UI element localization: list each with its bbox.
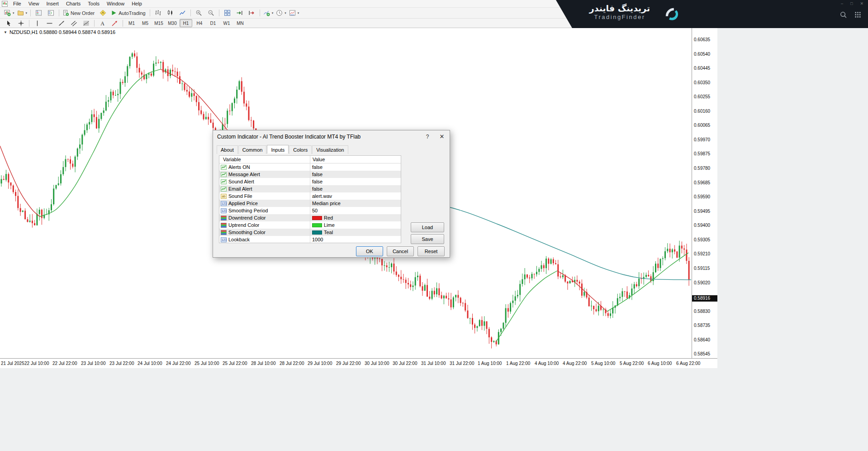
menu-items: FileViewInsertChartsToolsWindowHelp — [9, 0, 146, 7]
templates-button[interactable]: ▾ — [288, 8, 301, 18]
chart-candles-button[interactable] — [164, 8, 176, 18]
horizontal-line-button[interactable] — [43, 19, 56, 28]
dialog-titlebar[interactable]: Custom Indicator - AI Trend Booster Indi… — [213, 130, 450, 143]
arrows-icon — [111, 20, 118, 27]
apps-grid-icon[interactable] — [854, 11, 862, 19]
save-button[interactable]: Save — [411, 234, 444, 244]
price-axis-label: 0.58545 — [694, 351, 710, 357]
menu-view[interactable]: View — [25, 0, 43, 7]
time-axis-label: 24 Jul 22:00 — [166, 361, 191, 366]
input-value[interactable]: Red — [312, 214, 333, 221]
chart-bars-button[interactable] — [152, 8, 164, 18]
input-value[interactable]: 1000 — [312, 236, 323, 243]
trendline-button[interactable] — [56, 19, 68, 28]
zoom-in-button[interactable] — [193, 8, 205, 18]
time-axis[interactable]: 21 Jul 202522 Jul 10:0022 Jul 22:0023 Ju… — [0, 358, 717, 368]
cursor-button[interactable] — [3, 19, 15, 28]
zoom-in-icon — [195, 10, 202, 16]
input-value[interactable]: false — [312, 185, 323, 192]
input-value-text: false — [312, 172, 323, 177]
tab-common[interactable]: Common — [238, 145, 267, 154]
equidistant-channel-button[interactable] — [68, 19, 80, 28]
market-watch-button[interactable] — [33, 8, 45, 18]
input-value[interactable]: Teal — [312, 229, 333, 236]
menu-tools[interactable]: Tools — [84, 0, 103, 7]
input-value[interactable]: 50 — [312, 207, 318, 214]
cancel-button[interactable]: Cancel — [387, 246, 414, 256]
fibonacci-button[interactable] — [80, 19, 92, 28]
timeframe-h1-button[interactable]: H1 — [180, 19, 192, 27]
navigator-icon — [47, 10, 54, 16]
input-value-text: alert.wav — [312, 193, 332, 199]
new-chart-icon — [4, 10, 11, 16]
ok-button[interactable]: OK — [356, 246, 383, 256]
navigator-button[interactable] — [45, 8, 57, 18]
window-close-button[interactable]: ✕ — [860, 1, 863, 6]
input-value[interactable]: false — [312, 163, 323, 171]
autotrading-icon — [110, 10, 117, 16]
timeframe-m5-button[interactable]: M5 — [139, 19, 152, 27]
time-axis-label: 28 Jul 22:00 — [280, 361, 304, 366]
timeframe-w1-button[interactable]: W1 — [220, 19, 233, 27]
timeframe-m1-button[interactable]: M1 — [125, 19, 138, 27]
dialog-close-button[interactable]: ✕ — [435, 131, 449, 142]
vertical-line-icon — [34, 20, 41, 27]
time-axis-label: 23 Jul 10:00 — [81, 361, 106, 366]
indicator-dialog: Custom Indicator - AI Trend Booster Indi… — [213, 130, 450, 258]
timeframe-m15-button[interactable]: M15 — [152, 19, 165, 27]
periods-button[interactable]: ▾ — [275, 8, 288, 18]
metaeditor-button[interactable] — [97, 8, 109, 18]
price-axis-label: 0.59875 — [694, 151, 710, 157]
brand-title-fa: تریدینگ فایندر — [581, 3, 658, 13]
indicators-button[interactable]: ▾ — [262, 8, 275, 18]
dropdown-caret-icon: ▾ — [26, 11, 28, 15]
indicators-icon — [263, 10, 270, 16]
tab-inputs[interactable]: Inputs — [267, 145, 289, 154]
timeframe-m30-button[interactable]: M30 — [166, 19, 179, 27]
tab-about[interactable]: About — [217, 145, 238, 154]
menu-charts[interactable]: Charts — [62, 0, 84, 7]
price-axis[interactable]: 0.606350.605400.604450.603500.602550.601… — [692, 28, 717, 358]
dialog-tabs: AboutCommonInputsColorsVisualization — [217, 145, 349, 154]
vertical-line-button[interactable] — [31, 19, 43, 28]
tab-colors[interactable]: Colors — [289, 145, 312, 154]
new-order-button[interactable]: New Order — [61, 8, 97, 18]
new-chart-button[interactable]: ▾ — [3, 8, 16, 18]
toolbar-separator — [123, 20, 123, 27]
crosshair-button[interactable] — [15, 19, 27, 28]
search-icon[interactable] — [840, 11, 847, 19]
text-label-button[interactable]: A — [96, 19, 109, 28]
window-maximize-button[interactable]: □ — [850, 1, 853, 6]
profiles-button[interactable]: ▾ — [16, 8, 29, 18]
autotrading-button[interactable]: AutoTrading — [109, 8, 148, 18]
price-axis-label: 0.60255 — [694, 94, 710, 100]
input-value[interactable]: false — [312, 178, 323, 185]
auto-scroll-button[interactable] — [233, 8, 246, 18]
tile-windows-button[interactable] — [221, 8, 233, 18]
chart-line-button[interactable] — [176, 8, 189, 18]
reset-button[interactable]: Reset — [417, 246, 445, 256]
menu-window[interactable]: Window — [103, 0, 128, 7]
input-value[interactable]: alert.wav — [312, 192, 332, 200]
timeframe-mn-button[interactable]: MN — [234, 19, 247, 27]
load-button[interactable]: Load — [411, 222, 444, 232]
timeframe-d1-button[interactable]: D1 — [207, 19, 219, 27]
menu-help[interactable]: Help — [128, 0, 146, 7]
window-minimize-button[interactable]: – — [841, 1, 843, 6]
dialog-help-button[interactable]: ? — [421, 131, 434, 142]
timeframe-h4-button[interactable]: H4 — [193, 19, 206, 27]
one-click-trading-arrow[interactable]: ▼ — [4, 30, 7, 34]
tab-visualization[interactable]: Visualization — [312, 145, 348, 154]
input-value[interactable]: Median price — [312, 200, 341, 207]
arrows-button[interactable] — [109, 19, 121, 28]
toolbar-separator — [150, 10, 150, 16]
color-input-icon — [221, 223, 227, 228]
menu-file[interactable]: File — [9, 0, 25, 7]
input-value[interactable]: Lime — [312, 221, 335, 229]
chart-shift-button[interactable] — [246, 8, 258, 18]
time-axis-label: 4 Aug 10:00 — [535, 361, 559, 366]
current-price-tag: 0.58916 — [692, 295, 717, 302]
zoom-out-button[interactable] — [205, 8, 217, 18]
input-value[interactable]: false — [312, 171, 323, 178]
menu-insert[interactable]: Insert — [43, 0, 62, 7]
